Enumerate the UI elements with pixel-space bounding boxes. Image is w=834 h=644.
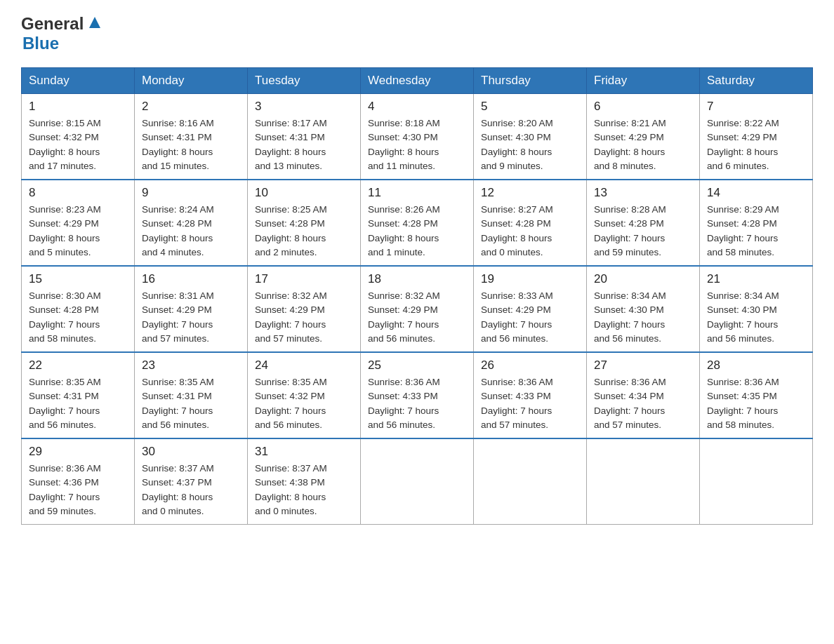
day-info: Sunrise: 8:29 AMSunset: 4:28 PMDaylight:… [707,203,805,260]
weekday-header-monday: Monday [135,68,248,94]
day-number: 7 [707,100,805,114]
calendar-cell: 4Sunrise: 8:18 AMSunset: 4:30 PMDaylight… [361,94,474,180]
day-info: Sunrise: 8:30 AMSunset: 4:28 PMDaylight:… [29,289,127,346]
weekday-header-saturday: Saturday [700,68,813,94]
day-info: Sunrise: 8:36 AMSunset: 4:33 PMDaylight:… [368,375,466,432]
calendar-cell: 8Sunrise: 8:23 AMSunset: 4:29 PMDaylight… [22,180,135,266]
cell-content: 1Sunrise: 8:15 AMSunset: 4:32 PMDaylight… [29,100,127,173]
day-info: Sunrise: 8:18 AMSunset: 4:30 PMDaylight:… [368,116,466,173]
day-number: 19 [481,272,579,286]
calendar-cell: 17Sunrise: 8:32 AMSunset: 4:29 PMDayligh… [248,266,361,352]
calendar-cell: 5Sunrise: 8:20 AMSunset: 4:30 PMDaylight… [474,94,587,180]
day-number: 2 [142,100,240,114]
day-number: 15 [29,272,127,286]
cell-content: 30Sunrise: 8:37 AMSunset: 4:37 PMDayligh… [142,445,240,518]
weekday-header-sunday: Sunday [22,68,135,94]
day-info: Sunrise: 8:37 AMSunset: 4:37 PMDaylight:… [142,462,240,518]
day-info: Sunrise: 8:25 AMSunset: 4:28 PMDaylight:… [255,203,353,260]
day-info: Sunrise: 8:21 AMSunset: 4:29 PMDaylight:… [594,116,692,173]
cell-content: 6Sunrise: 8:21 AMSunset: 4:29 PMDaylight… [594,100,692,173]
calendar-cell: 2Sunrise: 8:16 AMSunset: 4:31 PMDaylight… [135,94,248,180]
day-number: 5 [481,100,579,114]
logo: General Blue [21,14,105,53]
day-info: Sunrise: 8:34 AMSunset: 4:30 PMDaylight:… [707,289,805,346]
cell-content: 19Sunrise: 8:33 AMSunset: 4:29 PMDayligh… [481,272,579,346]
cell-content: 20Sunrise: 8:34 AMSunset: 4:30 PMDayligh… [594,272,692,346]
svg-marker-0 [89,17,100,28]
day-info: Sunrise: 8:33 AMSunset: 4:29 PMDaylight:… [481,289,579,346]
day-number: 4 [368,100,466,114]
day-info: Sunrise: 8:23 AMSunset: 4:29 PMDaylight:… [29,203,127,260]
calendar-cell: 21Sunrise: 8:34 AMSunset: 4:30 PMDayligh… [700,266,813,352]
calendar-cell: 22Sunrise: 8:35 AMSunset: 4:31 PMDayligh… [22,352,135,438]
day-number: 30 [142,445,240,459]
calendar-cell: 27Sunrise: 8:36 AMSunset: 4:34 PMDayligh… [587,352,700,438]
calendar-cell: 29Sunrise: 8:36 AMSunset: 4:36 PMDayligh… [22,438,135,525]
day-number: 11 [368,186,466,200]
cell-content: 22Sunrise: 8:35 AMSunset: 4:31 PMDayligh… [29,358,127,432]
cell-content: 31Sunrise: 8:37 AMSunset: 4:38 PMDayligh… [255,445,353,518]
calendar-cell: 19Sunrise: 8:33 AMSunset: 4:29 PMDayligh… [474,266,587,352]
calendar-week-row: 29Sunrise: 8:36 AMSunset: 4:36 PMDayligh… [22,438,813,525]
calendar-cell: 1Sunrise: 8:15 AMSunset: 4:32 PMDaylight… [22,94,135,180]
weekday-header-tuesday: Tuesday [248,68,361,94]
calendar-cell: 25Sunrise: 8:36 AMSunset: 4:33 PMDayligh… [361,352,474,438]
day-number: 10 [255,186,353,200]
cell-content: 3Sunrise: 8:17 AMSunset: 4:31 PMDaylight… [255,100,353,173]
day-number: 12 [481,186,579,200]
day-number: 29 [29,445,127,459]
day-info: Sunrise: 8:36 AMSunset: 4:34 PMDaylight:… [594,375,692,432]
calendar-cell: 10Sunrise: 8:25 AMSunset: 4:28 PMDayligh… [248,180,361,266]
day-info: Sunrise: 8:28 AMSunset: 4:28 PMDaylight:… [594,203,692,260]
cell-content: 12Sunrise: 8:27 AMSunset: 4:28 PMDayligh… [481,186,579,260]
calendar-cell: 14Sunrise: 8:29 AMSunset: 4:28 PMDayligh… [700,180,813,266]
day-info: Sunrise: 8:16 AMSunset: 4:31 PMDaylight:… [142,116,240,173]
calendar-cell: 16Sunrise: 8:31 AMSunset: 4:29 PMDayligh… [135,266,248,352]
day-number: 25 [368,358,466,373]
day-number: 28 [707,358,805,373]
calendar-cell [700,438,813,525]
calendar-cell: 3Sunrise: 8:17 AMSunset: 4:31 PMDaylight… [248,94,361,180]
calendar-cell: 6Sunrise: 8:21 AMSunset: 4:29 PMDaylight… [587,94,700,180]
weekday-header-row: SundayMondayTuesdayWednesdayThursdayFrid… [22,68,813,94]
cell-content: 24Sunrise: 8:35 AMSunset: 4:32 PMDayligh… [255,358,353,432]
day-number: 1 [29,100,127,114]
day-number: 24 [255,358,353,373]
cell-content: 16Sunrise: 8:31 AMSunset: 4:29 PMDayligh… [142,272,240,346]
day-info: Sunrise: 8:32 AMSunset: 4:29 PMDaylight:… [255,289,353,346]
cell-content: 7Sunrise: 8:22 AMSunset: 4:29 PMDaylight… [707,100,805,173]
cell-content: 5Sunrise: 8:20 AMSunset: 4:30 PMDaylight… [481,100,579,173]
day-info: Sunrise: 8:32 AMSunset: 4:29 PMDaylight:… [368,289,466,346]
day-number: 27 [594,358,692,373]
day-info: Sunrise: 8:35 AMSunset: 4:32 PMDaylight:… [255,375,353,432]
day-number: 16 [142,272,240,286]
cell-content: 14Sunrise: 8:29 AMSunset: 4:28 PMDayligh… [707,186,805,260]
day-info: Sunrise: 8:37 AMSunset: 4:38 PMDaylight:… [255,462,353,518]
day-info: Sunrise: 8:36 AMSunset: 4:33 PMDaylight:… [481,375,579,432]
cell-content: 11Sunrise: 8:26 AMSunset: 4:28 PMDayligh… [368,186,466,260]
day-info: Sunrise: 8:20 AMSunset: 4:30 PMDaylight:… [481,116,579,173]
day-number: 22 [29,358,127,373]
calendar-cell: 28Sunrise: 8:36 AMSunset: 4:35 PMDayligh… [700,352,813,438]
cell-content: 10Sunrise: 8:25 AMSunset: 4:28 PMDayligh… [255,186,353,260]
cell-content: 2Sunrise: 8:16 AMSunset: 4:31 PMDaylight… [142,100,240,173]
day-info: Sunrise: 8:35 AMSunset: 4:31 PMDaylight:… [142,375,240,432]
calendar-week-row: 1Sunrise: 8:15 AMSunset: 4:32 PMDaylight… [22,94,813,180]
cell-content: 4Sunrise: 8:18 AMSunset: 4:30 PMDaylight… [368,100,466,173]
calendar-cell: 12Sunrise: 8:27 AMSunset: 4:28 PMDayligh… [474,180,587,266]
weekday-header-wednesday: Wednesday [361,68,474,94]
calendar-cell: 18Sunrise: 8:32 AMSunset: 4:29 PMDayligh… [361,266,474,352]
day-info: Sunrise: 8:24 AMSunset: 4:28 PMDaylight:… [142,203,240,260]
calendar-week-row: 22Sunrise: 8:35 AMSunset: 4:31 PMDayligh… [22,352,813,438]
day-info: Sunrise: 8:35 AMSunset: 4:31 PMDaylight:… [29,375,127,432]
cell-content: 29Sunrise: 8:36 AMSunset: 4:36 PMDayligh… [29,445,127,518]
calendar-cell: 31Sunrise: 8:37 AMSunset: 4:38 PMDayligh… [248,438,361,525]
cell-content: 21Sunrise: 8:34 AMSunset: 4:30 PMDayligh… [707,272,805,346]
day-number: 14 [707,186,805,200]
calendar-table: SundayMondayTuesdayWednesdayThursdayFrid… [21,67,813,525]
day-info: Sunrise: 8:15 AMSunset: 4:32 PMDaylight:… [29,116,127,173]
weekday-header-thursday: Thursday [474,68,587,94]
day-number: 26 [481,358,579,373]
cell-content: 25Sunrise: 8:36 AMSunset: 4:33 PMDayligh… [368,358,466,432]
calendar-cell: 11Sunrise: 8:26 AMSunset: 4:28 PMDayligh… [361,180,474,266]
